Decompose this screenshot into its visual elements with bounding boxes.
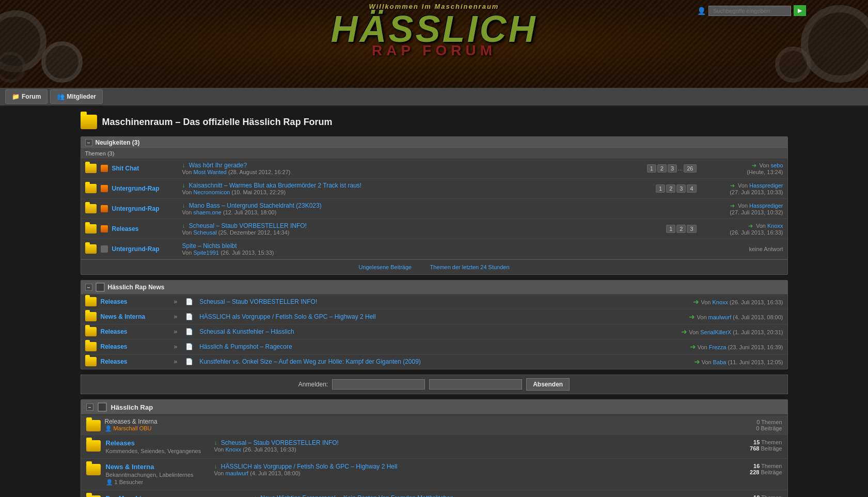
ungelesene-link[interactable]: Ungelesene Beiträge — [358, 264, 412, 270]
news-last-author[interactable]: Frezza — [709, 344, 727, 350]
forum-link[interactable]: Releases — [112, 225, 174, 232]
topic-meta: Von Necronomicon (10. Mai 2013, 22:29) — [182, 189, 648, 195]
topic-title-link[interactable]: Was hört Ihr gerade? — [189, 162, 247, 169]
news-folder-link[interactable]: Releases — [101, 358, 168, 365]
page-2[interactable]: 2 — [676, 225, 686, 233]
neuigkeiten-title: Neuigkeiten (3) — [96, 139, 140, 146]
page-3[interactable]: 3 — [668, 164, 677, 173]
page-3[interactable]: 3 — [687, 225, 696, 233]
last-author-link[interactable]: sebo — [771, 162, 783, 168]
password-input[interactable] — [429, 379, 522, 390]
list-item: Der Maschinenraum Vorschläge & Ideen zum… — [81, 490, 787, 497]
last-author-link[interactable]: maulwurf — [226, 470, 249, 476]
subforum-stats: 16 Themen 228 Beiträge — [731, 463, 782, 475]
news-last-author[interactable]: Knoxx — [712, 299, 728, 305]
last-post-meta: Von Knoxx (26. Juli 2013, 16:33) — [214, 446, 725, 453]
page-folder-icon — [81, 115, 97, 129]
new-post-indicator: ↓ — [182, 202, 185, 209]
folder-icon — [85, 342, 97, 351]
last-post: ➜ Von Hassprediger (27. Juli 2013, 10:32… — [701, 203, 783, 215]
search-button[interactable]: ▶ — [794, 5, 806, 16]
arrow-indicator: » — [174, 328, 178, 335]
news-topic-link[interactable]: Scheusal & Kunstfehler – Hässlich — [199, 328, 675, 335]
last-post-title[interactable]: Neue Wichtige Forensregel--- Kein Posten… — [260, 494, 453, 497]
author-link[interactable]: Scheusal — [194, 229, 217, 236]
last-author-link[interactable]: Hassprediger — [749, 203, 783, 209]
news-topic-link[interactable]: Hässlich & Pumpshot – Ragecore — [199, 343, 675, 350]
page-4[interactable]: 4 — [687, 184, 696, 193]
members-icon: 👥 — [57, 93, 65, 100]
search-input[interactable] — [708, 6, 791, 16]
page-2[interactable]: 2 — [657, 164, 667, 173]
author-link[interactable]: shaem.one — [194, 209, 222, 215]
nav-members[interactable]: 👥 Mitglieder — [50, 89, 103, 104]
news-arrow-icon: ➜ — [694, 358, 700, 366]
news-last-post: ➜ Von Knoxx (26. Juli 2013, 16:33) — [680, 298, 783, 306]
page-last[interactable]: 26 — [684, 164, 696, 173]
category-icon — [98, 402, 107, 412]
page-2[interactable]: 2 — [666, 184, 675, 193]
beitraege-count: 228 — [750, 469, 759, 475]
subforum-desc: Kommendes, Seiendes, Vergangenes — [106, 448, 209, 454]
folder-icon — [86, 464, 101, 475]
news-arrow-icon: ➜ — [689, 313, 695, 321]
last-post-title[interactable]: Scheusal – Staub VORBESTELLER INFO! — [221, 439, 339, 446]
news-topic-link[interactable]: HÄSSLICH als Vorgruppe / Fetish Solo & G… — [199, 313, 675, 320]
moderator-link[interactable]: Marschall OBU — [114, 425, 152, 431]
author-link[interactable]: Spite1991 — [194, 250, 219, 256]
username-input[interactable] — [332, 379, 425, 390]
site-header: Willkommen Im Maschinenraum HÄSSLICH RAP… — [0, 0, 868, 88]
nav-forum-label: Forum — [22, 93, 41, 100]
news-last-post: ➜ Von Frezza (23. Juni 2013, 16:39) — [680, 343, 783, 351]
collapse-neuigkeiten[interactable]: – — [85, 139, 92, 146]
folder-icon — [85, 327, 97, 336]
news-last-author[interactable]: maulwurf — [708, 314, 732, 320]
news-folder-link[interactable]: Releases — [101, 298, 168, 305]
collapse-news[interactable]: – — [85, 284, 92, 291]
news-folder-link[interactable]: News & Interna — [101, 313, 168, 320]
collapse-category[interactable]: – — [86, 403, 93, 411]
last-post: ➜ Von sebo (Heute, 13:24) — [701, 162, 783, 175]
list-item: Releases » 📄 Hässlich & Pumpshot – Ragec… — [81, 339, 787, 354]
news-last-author[interactable]: Baba — [713, 359, 727, 365]
topic-title-link[interactable]: Scheusal – Staub VORBESTELLER INFO! — [189, 222, 307, 229]
user-icon: 👤 — [697, 7, 706, 15]
subforum-link[interactable]: Der Maschinenraum — [106, 494, 248, 497]
news-folder-link[interactable]: Releases — [101, 343, 168, 350]
nav-forum[interactable]: 📁 Forum — [5, 89, 48, 104]
author-link[interactable]: Most Wanted — [194, 169, 227, 175]
author-link[interactable]: Necronomicon — [194, 189, 230, 195]
forum-link[interactable]: Untergrund-Rap — [112, 205, 174, 212]
page-1[interactable]: 1 — [647, 164, 656, 173]
last-author-link[interactable]: Knoxx — [226, 446, 242, 453]
last-post-title[interactable]: HÄSSLICH als Vorgruppe / Fetish Solo & G… — [221, 463, 397, 470]
page-1[interactable]: 1 — [656, 184, 665, 193]
forum-link[interactable]: Untergrund-Rap — [112, 185, 174, 192]
subforum-link[interactable]: News & Interna — [106, 463, 209, 471]
topic-title-link[interactable]: Spite – Nichts bleibt — [182, 242, 237, 250]
doc-icon: 📄 — [185, 358, 193, 365]
doc-icon: 📄 — [185, 328, 193, 335]
search-area: 👤 ▶ — [697, 5, 806, 16]
topic-title-link[interactable]: Mano Bass – Untergrund Stacheldraht (23K… — [189, 202, 322, 209]
login-button[interactable]: Absenden — [526, 378, 570, 391]
category-folder-icon — [86, 420, 101, 431]
forum-link[interactable]: Shit Chat — [112, 165, 174, 172]
news-topic-link[interactable]: Scheusal – Staub VORBESTELLER INFO! — [199, 298, 675, 305]
news-topic-link[interactable]: Kunstfehler vs. Onkel Size – Auf dem Weg… — [199, 358, 675, 365]
header-title-area: Willkommen Im Maschinenraum HÄSSLICH RAP… — [330, 3, 537, 59]
no-reply-label: keine Antwort — [701, 246, 783, 252]
page-1[interactable]: 1 — [666, 225, 675, 233]
page-3[interactable]: 3 — [676, 184, 686, 193]
letzte24-link[interactable]: Themen der letzten 24 Stunden — [430, 264, 509, 270]
news-last-author[interactable]: SerialKillerX — [700, 329, 731, 335]
subforum-link[interactable]: Releases — [106, 439, 209, 447]
arrow-indicator: » — [174, 358, 178, 365]
last-author-link[interactable]: Knoxx — [767, 223, 783, 229]
last-post-area: ↓ Neue Wichtige Forensregel--- Kein Post… — [254, 494, 725, 497]
category-title: Hässlich Rap — [111, 403, 153, 411]
topic-title-link[interactable]: Kaisaschnitt – Warmes Blut aka Brudermör… — [189, 182, 361, 189]
last-author-link[interactable]: Hassprediger — [749, 182, 783, 189]
forum-link[interactable]: Untergrund-Rap — [112, 245, 174, 253]
news-folder-link[interactable]: Releases — [101, 328, 168, 335]
